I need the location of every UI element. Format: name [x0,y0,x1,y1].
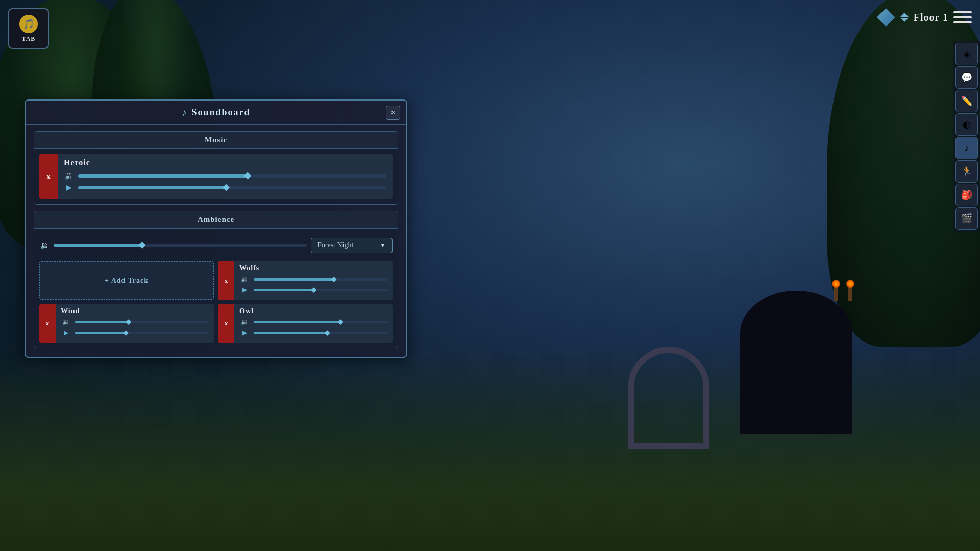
heroic-pitch-fill [78,186,226,189]
ambience-scene-dropdown[interactable]: Forest Night ▼ [311,238,393,253]
close-icon: × [390,108,395,117]
owl-remove-button[interactable]: x [218,304,234,343]
heroic-pitch-row: ▶ [64,183,386,192]
wolfs-pitch-slider[interactable] [254,289,387,291]
wind-volume-thumb[interactable] [126,319,131,325]
heroic-remove-button[interactable]: x [39,154,58,199]
ambience-master-volume-fill [54,244,142,247]
character-icon: 🏃 [961,166,972,177]
owl-volume-row: 🔉 [239,318,387,326]
wolfs-remove-label: x [225,277,228,285]
ambience-section-content: 🔉 Forest Night ▼ + Add Track [34,229,398,348]
wind-volume-row: 🔉 [61,318,209,326]
ambience-section-header: Ambience [34,211,398,229]
ambience-volume-icon: 🔉 [39,241,50,250]
music-section: Music x Heroic 🔉 [34,131,398,205]
wind-pitch-icon: ▶ [61,329,71,337]
wind-pitch-thumb[interactable] [123,330,129,336]
menu-bar-3 [953,21,972,23]
ambience-scene-value: Forest Night [317,241,353,249]
wolfs-pitch-fill [254,289,314,291]
floor-down-arrow[interactable] [900,18,909,22]
chat-icon: 💬 [961,72,972,83]
ambience-header-row: 🔉 Forest Night ▼ [39,234,393,257]
bag-icon: 🎒 [961,189,972,201]
ambience-section-label: Ambience [198,215,234,223]
close-button[interactable]: × [386,106,400,120]
sidebar-edit-button[interactable]: ✏️ [955,90,978,112]
night-icon: ◐ [963,119,971,130]
tab-icon: 🎵 [19,15,38,33]
wolfs-pitch-thumb[interactable] [311,287,316,293]
wolfs-volume-icon: 🔉 [239,276,250,283]
owl-volume-thumb[interactable] [338,319,344,325]
owl-volume-fill [254,321,340,323]
map-icon: ◈ [963,48,970,60]
sidebar-bag-button[interactable]: 🎒 [955,184,978,206]
wind-volume-slider[interactable] [75,321,209,323]
ambience-track-wolfs: x Wolfs 🔉 ▶ [218,261,393,300]
sidebar-music-button[interactable]: ♪ [955,137,978,159]
wolfs-volume-thumb[interactable] [331,277,337,282]
wind-remove-label: x [46,319,50,328]
heroic-volume-fill [78,174,248,178]
add-track-label: + Add Track [105,277,149,285]
floor-gem-icon [877,8,895,27]
wind-pitch-row: ▶ [61,329,209,337]
ambience-master-volume-thumb[interactable] [139,242,146,249]
ambience-track-owl: x Owl 🔉 ▶ [218,304,393,343]
tab-button[interactable]: 🎵 TAB [8,8,49,49]
music-section-content: x Heroic 🔉 ▶ [34,149,398,204]
cave-entrance [740,291,852,434]
owl-volume-slider[interactable] [254,321,387,323]
owl-remove-label: x [225,319,228,328]
wolfs-volume-slider[interactable] [254,278,387,281]
wind-volume-fill [75,321,129,323]
heroic-track-content: Heroic 🔉 ▶ [58,154,393,199]
add-track-button[interactable]: + Add Track [39,261,214,300]
floor-arrows[interactable] [900,13,909,22]
sidebar-map-button[interactable]: ◈ [955,43,978,65]
wind-pitch-slider[interactable] [75,332,209,334]
wind-volume-icon: 🔉 [61,318,71,326]
heroic-volume-row: 🔉 [64,171,386,180]
owl-pitch-icon: ▶ [239,329,250,337]
sidebar-character-button[interactable]: 🏃 [955,160,978,183]
wind-remove-button[interactable]: x [39,304,56,343]
wind-track-content: Wind 🔉 ▶ [56,304,214,343]
wind-pitch-fill [75,332,126,334]
torch-left [834,286,838,301]
music-track-heroic: x Heroic 🔉 ▶ [39,154,393,199]
menu-button[interactable] [953,10,972,24]
menu-bar-2 [953,16,972,18]
music-section-header: Music [34,132,398,149]
wind-track-name: Wind [61,307,209,315]
owl-pitch-slider[interactable] [254,332,387,334]
sidebar-camera-button[interactable]: 🎬 [955,207,978,230]
soundboard-music-note: ♪ [181,107,187,118]
right-sidebar: ◈ 💬 ✏️ ◐ ♪ 🏃 🎒 🎬 [953,41,980,232]
ambience-master-volume-slider[interactable] [54,244,307,247]
edit-icon: ✏️ [961,95,972,107]
dropdown-arrow-icon: ▼ [380,242,386,249]
floor-up-arrow[interactable] [900,13,909,17]
owl-pitch-fill [254,332,327,334]
wolfs-volume-fill [254,278,334,281]
ruins-area [597,270,852,474]
wolfs-track-name: Wolfs [239,264,387,272]
owl-volume-icon: 🔉 [239,318,250,326]
wolfs-track-content: Wolfs 🔉 ▶ [234,261,393,300]
heroic-volume-thumb[interactable] [244,172,251,180]
wolfs-remove-button[interactable]: x [218,261,234,300]
menu-bar-1 [953,11,972,13]
owl-pitch-thumb[interactable] [325,330,330,336]
heroic-volume-slider[interactable] [78,174,386,178]
soundboard-panel: ♪ Soundboard × Music x Heroic 🔉 [24,99,407,358]
heroic-pitch-thumb[interactable] [223,184,230,191]
torch-right [848,286,852,301]
sidebar-chat-button[interactable]: 💬 [955,66,978,89]
panel-title: ♪ Soundboard [181,107,250,118]
sidebar-night-button[interactable]: ◐ [955,113,978,136]
ambience-section: Ambience 🔉 Forest Night ▼ + Add Track [34,211,398,348]
heroic-pitch-slider[interactable] [78,186,386,189]
